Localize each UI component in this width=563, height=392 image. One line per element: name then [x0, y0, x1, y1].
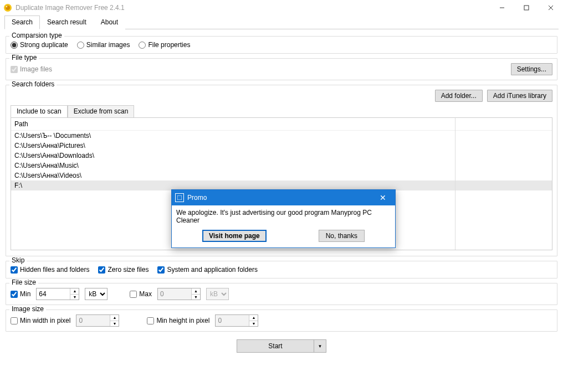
- check-max-size[interactable]: Max: [130, 290, 152, 298]
- check-hidden-files[interactable]: Hidden files and folders: [11, 266, 89, 274]
- tab-search-result[interactable]: Search result: [40, 16, 94, 29]
- promo-title: Promo: [187, 194, 207, 202]
- check-zero-size[interactable]: Zero size files: [98, 266, 149, 274]
- spinner-icon[interactable]: ▲▼: [70, 288, 79, 300]
- promo-title-bar: Promo ✕: [172, 190, 395, 205]
- subtab-include[interactable]: Include to scan: [11, 105, 68, 117]
- promo-icon: [175, 193, 184, 202]
- svg-point-2: [6, 6, 7, 7]
- maximize-button[interactable]: [514, 0, 539, 16]
- max-size-unit: kB: [206, 288, 229, 300]
- search-folders-legend: Search folders: [9, 80, 57, 88]
- skip-group: Skip Hidden files and folders Zero size …: [6, 261, 557, 278]
- start-dropdown-button[interactable]: ▼: [314, 339, 326, 353]
- svg-rect-4: [524, 6, 529, 10]
- check-min-width[interactable]: Min width in pixel: [11, 317, 70, 324]
- skip-legend: Skip: [9, 256, 27, 264]
- chevron-down-icon: ▼: [318, 344, 323, 349]
- svg-rect-7: [177, 195, 182, 200]
- min-width-input: ▲▼: [76, 314, 119, 327]
- window-controls: [490, 0, 563, 16]
- promo-close-button[interactable]: ✕: [374, 190, 392, 205]
- spinner-icon: ▲▼: [110, 315, 119, 326]
- close-button[interactable]: [539, 0, 563, 16]
- check-image-files: Image files: [11, 65, 52, 73]
- start-row: Start ▼: [6, 339, 557, 353]
- radio-file-properties[interactable]: File properties: [139, 41, 190, 49]
- comparison-legend: Comparsion type: [9, 32, 64, 39]
- check-min-height[interactable]: Min height in pixel: [147, 317, 209, 324]
- imagesize-group: Image size Min width in pixel ▲▼ Min hei…: [6, 310, 557, 332]
- no-thanks-button[interactable]: No, thanks: [319, 230, 365, 242]
- imagesize-legend: Image size: [9, 305, 46, 313]
- spinner-icon: ▲▼: [249, 315, 258, 326]
- min-height-input: ▲▼: [215, 314, 258, 327]
- subtab-exclude[interactable]: Exclude from scan: [68, 105, 135, 117]
- folder-subtabs: Include to scan Exclude from scan: [11, 105, 552, 117]
- tab-about[interactable]: About: [94, 16, 125, 29]
- filesize-group: File size Min ▲▼ kB Max ▲▼ kB: [6, 283, 557, 305]
- close-icon: ✕: [380, 193, 386, 202]
- title-bar: Duplicate Image Remover Free 2.4.1: [0, 0, 563, 16]
- spinner-icon: ▲▼: [191, 288, 200, 300]
- max-size-input: ▲▼: [157, 288, 201, 300]
- promo-dialog: Promo ✕ We apologize. It's just advertis…: [171, 189, 396, 248]
- main-tabs: Search Search result About: [4, 16, 559, 29]
- filetype-group: File type Image files Settings...: [6, 58, 557, 80]
- minimize-button[interactable]: [490, 0, 514, 16]
- radio-similar-images[interactable]: Similar images: [77, 41, 130, 49]
- filesize-legend: File size: [9, 278, 38, 286]
- app-window: Duplicate Image Remover Free 2.4.1 Searc…: [0, 0, 563, 392]
- promo-message: We apologize. It's just advertising our …: [176, 209, 391, 224]
- add-itunes-button[interactable]: Add iTunes library: [487, 90, 552, 102]
- radio-strong-duplicate[interactable]: Strong duplicate: [11, 41, 68, 49]
- min-size-input[interactable]: ▲▼: [36, 288, 79, 300]
- check-min-size[interactable]: Min: [11, 290, 30, 298]
- visit-home-page-button[interactable]: Visit home page: [202, 230, 267, 242]
- start-button[interactable]: Start: [237, 339, 314, 353]
- comparison-group: Comparsion type Strong duplicate Similar…: [6, 36, 557, 54]
- settings-button[interactable]: Settings...: [511, 63, 552, 75]
- check-system-folders[interactable]: System and application folders: [157, 266, 257, 274]
- min-size-unit[interactable]: kB: [85, 288, 108, 300]
- tab-search[interactable]: Search: [4, 16, 40, 29]
- promo-body: We apologize. It's just advertising our …: [172, 205, 395, 247]
- add-folder-button[interactable]: Add folder...: [435, 90, 483, 102]
- folder-list-side-panel: [455, 118, 552, 250]
- app-icon: [3, 3, 12, 12]
- filetype-legend: File type: [9, 54, 39, 61]
- window-title: Duplicate Image Remover Free 2.4.1: [16, 4, 490, 12]
